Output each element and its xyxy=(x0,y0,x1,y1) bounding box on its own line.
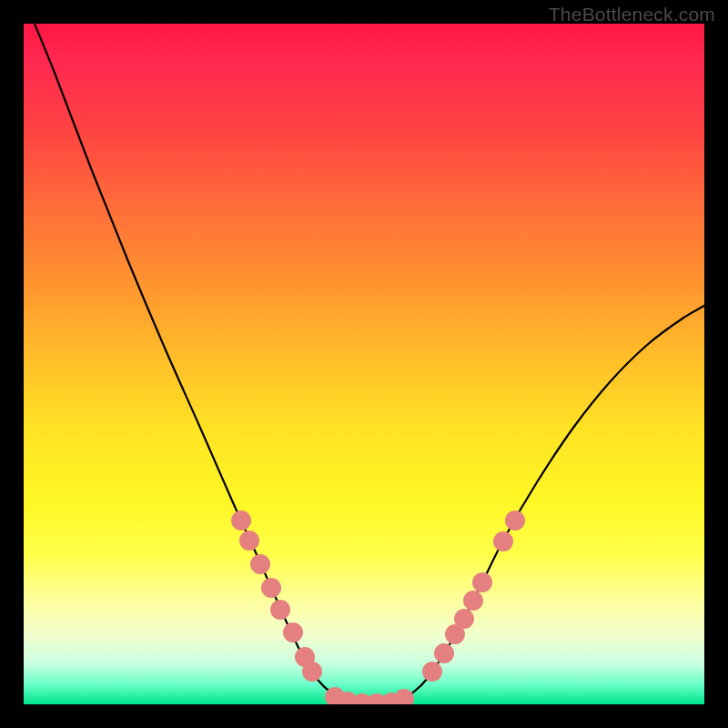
watermark-text: TheBottleneck.com xyxy=(549,4,715,25)
data-marker xyxy=(434,643,454,663)
data-marker xyxy=(261,578,281,598)
data-marker xyxy=(270,600,290,620)
curve-line xyxy=(29,11,714,703)
bottleneck-curve-plot xyxy=(0,0,728,728)
markers-left-group xyxy=(231,511,322,682)
data-marker xyxy=(283,622,303,642)
data-marker xyxy=(505,511,525,531)
data-marker xyxy=(302,662,322,682)
data-marker xyxy=(394,689,414,709)
data-marker xyxy=(493,531,513,551)
data-marker xyxy=(250,554,270,574)
data-marker xyxy=(231,511,251,531)
data-marker xyxy=(454,609,474,629)
data-marker xyxy=(472,572,492,592)
data-marker xyxy=(239,531,259,551)
markers-bottom-group xyxy=(325,687,414,713)
data-marker xyxy=(463,591,483,611)
data-marker xyxy=(422,662,442,682)
markers-right-group xyxy=(422,511,525,682)
